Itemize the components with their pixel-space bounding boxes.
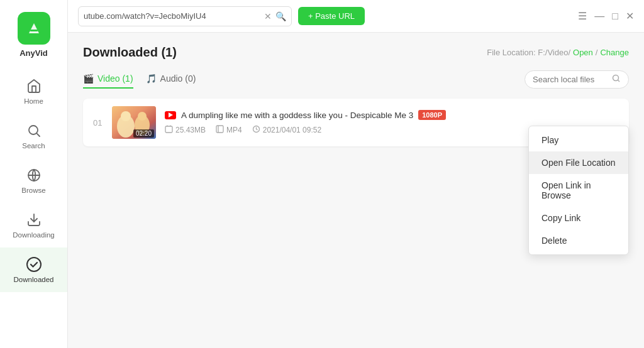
ctx-open-link-browser-label: Open Link in Browse bbox=[541, 180, 616, 200]
maximize-button[interactable]: □ bbox=[612, 11, 618, 22]
sidebar-item-downloaded[interactable]: Downloaded bbox=[0, 247, 67, 292]
video-tab-label: Video (1) bbox=[97, 73, 133, 84]
video-tab-icon: 🎬 bbox=[83, 73, 94, 84]
home-label: Home bbox=[24, 97, 43, 105]
sidebar-item-browse[interactable]: Browse bbox=[0, 158, 67, 203]
search-local-icon bbox=[612, 74, 621, 85]
ctx-delete[interactable]: Delete bbox=[529, 229, 628, 252]
main-area: utube.com/watch?v=JecboMiyIU4 ✕ 🔍 + Past… bbox=[68, 0, 644, 348]
title-row: A dumpling like me with a goddess like y… bbox=[165, 110, 619, 120]
tab-video[interactable]: 🎬 Video (1) bbox=[83, 70, 133, 89]
svg-point-7 bbox=[613, 75, 619, 80]
window-controls: ☰ — □ ✕ bbox=[578, 10, 634, 22]
file-date-value: 2021/04/01 09:52 bbox=[263, 126, 321, 134]
ctx-open-link-browser[interactable]: Open Link in Browse bbox=[529, 174, 628, 207]
svg-rect-0 bbox=[30, 30, 38, 31]
svg-rect-17 bbox=[216, 126, 223, 133]
sidebar-item-home[interactable]: Home bbox=[0, 69, 67, 114]
sidebar-item-search[interactable]: Search bbox=[0, 114, 67, 158]
app-name: AnyVid bbox=[19, 48, 48, 58]
tabs: 🎬 Video (1) 🎵 Audio (0) bbox=[83, 70, 629, 89]
downloaded-label: Downloaded bbox=[14, 276, 54, 283]
url-clear-button[interactable]: ✕ bbox=[264, 11, 272, 21]
content-header: Downloaded (1) File Location: F:/Video/ … bbox=[83, 45, 629, 60]
downloading-label: Downloading bbox=[13, 231, 55, 239]
format-icon bbox=[216, 125, 224, 135]
file-location: File Location: F:/Video/ Open / Change bbox=[487, 48, 629, 57]
page-title: Downloaded (1) bbox=[83, 45, 177, 60]
quality-badge: 1080P bbox=[418, 110, 446, 120]
app-logo: AnyVid bbox=[0, 0, 68, 69]
downloading-icon bbox=[26, 212, 42, 228]
close-button[interactable]: ✕ bbox=[626, 10, 634, 22]
audio-tab-icon: 🎵 bbox=[146, 73, 157, 84]
change-folder-link[interactable]: Change bbox=[600, 48, 629, 57]
home-icon bbox=[26, 78, 42, 94]
svg-point-1 bbox=[29, 126, 38, 134]
open-folder-link[interactable]: Open bbox=[573, 48, 593, 57]
sidebar-item-downloading[interactable]: Downloading bbox=[0, 203, 67, 247]
minimize-button[interactable]: — bbox=[594, 11, 604, 22]
file-size-value: 25.43MB bbox=[175, 126, 206, 134]
search-label: Search bbox=[22, 142, 45, 150]
ctx-copy-link-label: Copy Link bbox=[541, 213, 580, 223]
sidebar: AnyVid Home Search bbox=[0, 0, 68, 348]
ctx-play[interactable]: Play bbox=[529, 129, 628, 151]
svg-point-6 bbox=[27, 258, 41, 271]
browse-icon bbox=[26, 167, 42, 183]
context-menu: Play Open File Location Open Link in Bro… bbox=[528, 126, 629, 255]
menu-button[interactable]: ☰ bbox=[578, 10, 587, 22]
search-icon bbox=[26, 122, 42, 139]
ctx-open-file-location[interactable]: Open File Location bbox=[529, 151, 628, 174]
downloaded-icon bbox=[26, 256, 42, 273]
content-area: Downloaded (1) File Location: F:/Video/ … bbox=[68, 33, 644, 348]
browse-label: Browse bbox=[21, 187, 45, 194]
url-text: utube.com/watch?v=JecboMiyIU4 bbox=[84, 11, 260, 21]
url-search-icon: 🔍 bbox=[275, 11, 286, 21]
svg-point-13 bbox=[138, 112, 147, 121]
logo-icon bbox=[18, 12, 50, 45]
paste-url-button[interactable]: + Paste URL bbox=[298, 7, 365, 25]
search-local-input[interactable] bbox=[533, 75, 608, 84]
size-icon bbox=[165, 125, 173, 135]
titlebar: utube.com/watch?v=JecboMiyIU4 ✕ 🔍 + Past… bbox=[68, 0, 644, 33]
audio-tab-label: Audio (0) bbox=[160, 73, 196, 84]
ctx-play-label: Play bbox=[541, 135, 558, 145]
date-icon bbox=[252, 125, 260, 135]
file-size: 25.43MB bbox=[165, 125, 206, 135]
ctx-delete-label: Delete bbox=[541, 236, 567, 246]
svg-rect-14 bbox=[165, 126, 172, 133]
file-format-value: MP4 bbox=[226, 126, 242, 134]
item-number: 01 bbox=[93, 118, 103, 128]
file-date: 2021/04/01 09:52 bbox=[252, 125, 321, 135]
sidebar-nav: Home Search Browse bbox=[0, 69, 67, 292]
ctx-copy-link[interactable]: Copy Link bbox=[529, 207, 628, 229]
tab-audio[interactable]: 🎵 Audio (0) bbox=[146, 70, 196, 89]
url-bar: utube.com/watch?v=JecboMiyIU4 ✕ 🔍 bbox=[78, 6, 292, 26]
video-duration: 02:20 bbox=[133, 129, 154, 138]
ctx-open-file-location-label: Open File Location bbox=[541, 158, 616, 168]
svg-line-2 bbox=[36, 134, 39, 136]
file-location-label: File Location: F:/Video/ bbox=[487, 48, 570, 57]
file-format: MP4 bbox=[216, 125, 242, 135]
svg-point-12 bbox=[121, 111, 131, 121]
video-title: A dumpling like me with a goddess like y… bbox=[181, 111, 413, 120]
svg-line-8 bbox=[618, 80, 619, 82]
thumbnail: 02:20 bbox=[112, 106, 156, 139]
youtube-icon bbox=[165, 111, 176, 119]
search-local-files bbox=[525, 70, 629, 89]
